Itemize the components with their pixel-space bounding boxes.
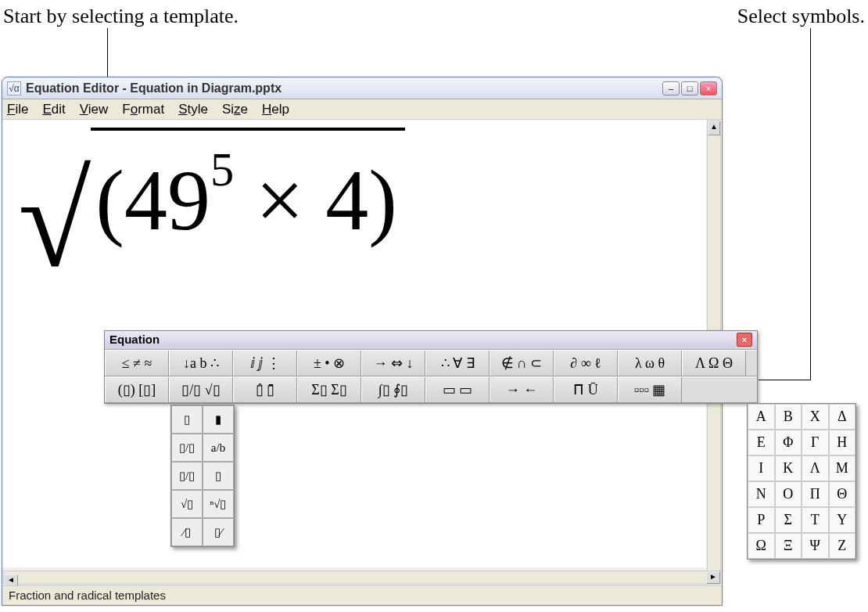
greek-kappa[interactable]: Κ [775,455,802,481]
pal-full-frac[interactable]: ▯ [171,405,203,434]
menu-view[interactable]: View [80,102,109,117]
greek-beta[interactable]: Β [775,404,802,430]
scroll-right-button[interactable]: ► [706,571,720,584]
sym-embellishments[interactable]: ⅈ ⅉ ⋮ [233,351,297,376]
eq-second: 4 [325,151,368,250]
sym-misc[interactable]: ∂ ∞ ℓ [554,351,618,376]
statusbar: Fraction and radical templates [2,585,722,605]
greek-phi[interactable]: Φ [775,430,802,455]
greek-mu[interactable]: Μ [829,455,856,481]
pal-slash-frac[interactable]: a/b [203,434,234,462]
greek-zeta[interactable]: Ζ [829,533,856,559]
menu-file[interactable]: File [7,102,28,117]
eq-base: 49 [124,151,210,250]
sym-greek-upper[interactable]: Λ Ω Θ [682,351,746,376]
callout-line-right-end [759,380,810,380]
callout-symbols: Select symbols. [737,5,865,28]
greek-gamma[interactable]: Γ [802,430,829,455]
app-icon: √α [7,81,21,95]
close-button[interactable]: × [700,81,717,95]
tmpl-arrows[interactable]: → ← [490,377,554,402]
pal-sqrt[interactable]: √▯ [171,490,203,518]
menu-edit[interactable]: Edit [42,102,65,117]
greek-epsilon[interactable]: Ε [748,430,775,455]
sym-relational[interactable]: ≤ ≠ ≈ [105,351,169,376]
maximize-button[interactable]: □ [681,81,698,95]
callout-template: Start by selecting a template. [3,5,239,28]
sym-greek-lower[interactable]: λ ω θ [618,351,682,376]
scroll-up-button[interactable]: ▲ [708,121,720,135]
tmpl-fraction-radical[interactable]: ▯/▯ √▯ [169,377,233,402]
tmpl-summation[interactable]: Σ▯ Σ▯ [297,377,361,402]
pal-long-div[interactable]: ⁄▯ [171,518,203,546]
pal-nth-root[interactable]: ⁿ√▯ [203,490,234,518]
toolbar-close-button[interactable]: × [737,333,752,347]
callout-line-right [810,28,811,380]
tmpl-integral[interactable]: ∫▯ ∮▯ [361,377,425,402]
greek-nu[interactable]: Ν [748,481,775,507]
titlebar: √α Equation Editor - Equation in Diagram… [2,77,722,99]
pal-long-div2[interactable]: ▯⁄ [203,518,234,546]
pal-frac-3[interactable]: ▯/▯ [171,462,203,490]
tmpl-sub-sup[interactable]: ▯̂ ▯̄ [233,377,297,402]
minimize-button[interactable]: – [662,81,680,95]
greek-theta[interactable]: Θ [829,481,856,507]
tmpl-fences[interactable]: (▯) [▯] [105,377,169,402]
greek-psi[interactable]: Ψ [802,533,829,559]
fraction-radical-palette: ▯▮ ▯/▯a/b ▯/▯▯ √▯ⁿ√▯ ⁄▯▯⁄ [170,405,235,547]
greek-eta[interactable]: Η [829,430,856,455]
greek-chi[interactable]: Χ [802,404,829,430]
horizontal-scrollbar[interactable]: ◄ ► [3,571,721,585]
sym-logical[interactable]: ∴ ∀ ∃ [425,351,490,376]
eq-times: × [256,151,304,250]
pal-small-frac[interactable]: ▯/▯ [171,434,203,462]
menu-size[interactable]: Size [222,102,248,117]
sym-arrows[interactable]: → ⇔ ↓ [361,351,425,376]
greek-sigma[interactable]: Σ [775,507,802,533]
menubar: File Edit View Format Style Size Help [2,99,722,120]
greek-lambda[interactable]: Λ [802,455,829,481]
pal-full-frac2[interactable]: ▮ [203,405,234,434]
greek-upper-palette: Α Β Χ Δ Ε Φ Γ Η Ι Κ Λ Μ Ν Ο Π Θ Ρ Σ Τ Υ … [747,403,856,560]
greek-delta[interactable]: Δ [829,404,856,430]
toolbar-template-row: (▯) [▯] ▯/▯ √▯ ▯̂ ▯̄ Σ▯ Σ▯ ∫▯ ∮▯ ▭ ▭ → ←… [105,376,757,403]
equation-display: √ ( 49 5 × 4 ) [18,128,405,268]
window-title: Equation Editor - Equation in Diagram.pp… [26,81,662,95]
sym-operators[interactable]: ± • ⊗ [297,351,361,376]
greek-xi[interactable]: Ξ [775,533,802,559]
greek-tau[interactable]: Τ [802,507,829,533]
radical-sign: √ [18,128,91,268]
greek-alpha[interactable]: Α [748,404,775,430]
sym-set-theory[interactable]: ∉ ∩ ⊂ [490,351,554,376]
menu-format[interactable]: Format [122,102,164,117]
pal-frac-4[interactable]: ▯ [203,462,234,490]
greek-iota[interactable]: Ι [748,455,775,481]
menu-help[interactable]: Help [262,102,289,117]
greek-rho[interactable]: Ρ [748,507,775,533]
tmpl-products[interactable]: Π̄ Ū [554,377,618,402]
equation-toolbar: Equation × ≤ ≠ ≈ ↓a b ∴ ⅈ ⅉ ⋮ ± • ⊗ → ⇔ … [104,330,758,404]
tmpl-matrix[interactable]: ▫▫▫ ▦ [618,377,682,402]
toolbar-symbol-row: ≤ ≠ ≈ ↓a b ∴ ⅈ ⅉ ⋮ ± • ⊗ → ⇔ ↓ ∴ ∀ ∃ ∉ ∩… [105,350,757,376]
eq-exponent: 5 [210,142,234,197]
sym-spaces[interactable]: ↓a b ∴ [169,351,233,376]
greek-pi[interactable]: Π [802,481,829,507]
toolbar-title: Equation [109,333,737,347]
greek-omicron[interactable]: Ο [775,481,802,507]
tmpl-bar[interactable]: ▭ ▭ [425,377,490,402]
menu-style[interactable]: Style [178,102,208,117]
greek-omega[interactable]: Ω [748,533,775,559]
greek-upsilon[interactable]: Υ [829,507,856,533]
